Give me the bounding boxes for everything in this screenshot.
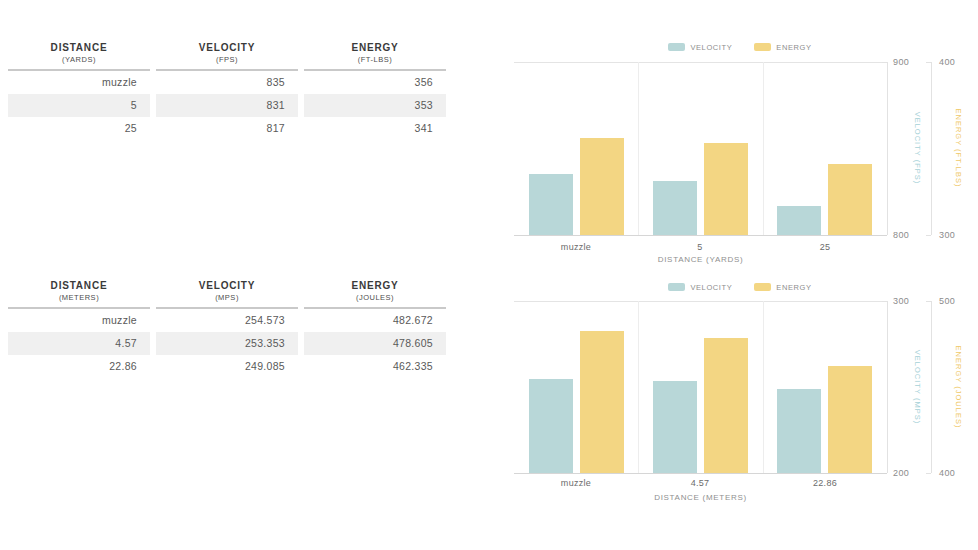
ballistics-table-meters: DISTANCE (METERS) VELOCITY (MPS) ENERGY …	[8, 280, 446, 378]
plot-top-border	[514, 62, 887, 63]
category-label: 5	[650, 242, 750, 252]
table-cell: 25	[8, 117, 150, 140]
velocity-bar	[653, 181, 697, 235]
category-label: 25	[775, 242, 875, 252]
table-cell: 254.573	[156, 309, 298, 332]
velocity-axis-tick-min: 200	[893, 468, 909, 478]
x-axis-title: DISTANCE (YARDS)	[514, 255, 887, 264]
column-header-name: VELOCITY	[156, 280, 298, 292]
column-header-velocity: VELOCITY (FPS)	[156, 42, 298, 71]
category-label: muzzle	[526, 478, 626, 488]
column-header-name: DISTANCE	[8, 280, 150, 292]
table-cell: muzzle	[8, 309, 150, 332]
table-cell: 356	[304, 71, 446, 94]
legend-item-velocity[interactable]: VELOCITY	[668, 43, 732, 52]
velocity-axis-line	[887, 62, 888, 235]
energy-bar	[828, 164, 872, 235]
velocity-bar	[529, 379, 573, 473]
column-header-unit: (METERS)	[8, 293, 150, 302]
ballistics-table-yards: DISTANCE (YARDS) VELOCITY (FPS) ENERGY (…	[8, 42, 446, 140]
chart-meters-legend: VELOCITY ENERGY	[514, 282, 966, 292]
column-header-distance: DISTANCE (METERS)	[8, 280, 150, 309]
velocity-swatch-icon	[668, 283, 685, 291]
legend-item-energy[interactable]: ENERGY	[754, 43, 811, 52]
ballistics-report-page: DISTANCE (YARDS) VELOCITY (FPS) ENERGY (…	[0, 0, 978, 550]
legend-velocity-label: VELOCITY	[690, 283, 732, 292]
column-header-name: DISTANCE	[8, 42, 150, 54]
column-header-name: ENERGY	[304, 280, 446, 292]
table-cell: muzzle	[8, 71, 150, 94]
axis-tick-mark	[926, 473, 931, 474]
velocity-axis-title: VELOCITY (MPS)	[913, 350, 922, 424]
energy-axis-line	[931, 62, 932, 235]
velocity-swatch-icon	[668, 43, 685, 51]
table-cell: 462.335	[304, 355, 446, 378]
x-axis-line	[514, 473, 887, 474]
energy-axis-tick-max: 400	[939, 57, 955, 67]
column-header-unit: (JOULES)	[304, 293, 446, 302]
chart-yards-legend: VELOCITY ENERGY	[514, 42, 966, 52]
gridline	[638, 62, 639, 235]
table-cell: 831	[156, 94, 298, 117]
axis-tick-mark	[882, 301, 887, 302]
column-header-energy: ENERGY (JOULES)	[304, 280, 446, 309]
axis-tick-mark	[926, 235, 931, 236]
table-cell: 253.353	[156, 332, 298, 355]
gridline	[763, 62, 764, 235]
table-cell: 22.86	[8, 355, 150, 378]
table-cell: 817	[156, 117, 298, 140]
gridline	[763, 301, 764, 473]
column-header-velocity: VELOCITY (MPS)	[156, 280, 298, 309]
table-cell: 482.672	[304, 309, 446, 332]
table-cell: 5	[8, 94, 150, 117]
table-cell: 478.605	[304, 332, 446, 355]
axis-tick-mark	[926, 301, 931, 302]
energy-bar	[580, 138, 624, 235]
table-cell: 353	[304, 94, 446, 117]
category-label: 4.57	[650, 478, 750, 488]
energy-axis-tick-max: 500	[939, 296, 955, 306]
velocity-axis-line	[887, 301, 888, 473]
table-cell: 4.57	[8, 332, 150, 355]
velocity-bar	[777, 389, 821, 473]
column-header-unit: (FPS)	[156, 55, 298, 64]
energy-axis-title: ENERGY (FT-LBS)	[954, 108, 963, 187]
legend-velocity-label: VELOCITY	[690, 43, 732, 52]
velocity-bar	[653, 381, 697, 473]
column-header-unit: (MPS)	[156, 293, 298, 302]
legend-item-velocity[interactable]: VELOCITY	[668, 283, 732, 292]
energy-bar	[828, 366, 872, 473]
energy-swatch-icon	[754, 283, 771, 291]
table-cell: 249.085	[156, 355, 298, 378]
plot-top-border	[514, 301, 887, 302]
x-axis-title: DISTANCE (METERS)	[514, 493, 887, 502]
category-label: 22.86	[775, 478, 875, 488]
energy-axis-tick-min: 400	[939, 468, 955, 478]
column-header-unit: (YARDS)	[8, 55, 150, 64]
velocity-axis-title: VELOCITY (FPS)	[913, 112, 922, 185]
legend-energy-label: ENERGY	[776, 43, 811, 52]
column-header-unit: (FT-LBS)	[304, 55, 446, 64]
column-header-energy: ENERGY (FT-LBS)	[304, 42, 446, 71]
energy-axis-line	[931, 301, 932, 473]
velocity-axis-tick-min: 800	[893, 230, 909, 240]
axis-tick-mark	[926, 62, 931, 63]
category-label: muzzle	[526, 242, 626, 252]
table-cell: 341	[304, 117, 446, 140]
x-axis-line	[514, 235, 887, 236]
velocity-axis-tick-max: 900	[893, 57, 909, 67]
legend-item-energy[interactable]: ENERGY	[754, 283, 811, 292]
velocity-bar	[777, 206, 821, 235]
energy-axis-tick-min: 300	[939, 230, 955, 240]
velocity-bar	[529, 174, 573, 235]
energy-bar	[580, 331, 624, 473]
velocity-axis-tick-max: 300	[893, 296, 909, 306]
legend-energy-label: ENERGY	[776, 283, 811, 292]
energy-swatch-icon	[754, 43, 771, 51]
gridline	[638, 301, 639, 473]
energy-bar	[704, 143, 748, 235]
table-cell: 835	[156, 71, 298, 94]
axis-tick-mark	[882, 62, 887, 63]
energy-bar	[704, 338, 748, 473]
column-header-name: ENERGY	[304, 42, 446, 54]
